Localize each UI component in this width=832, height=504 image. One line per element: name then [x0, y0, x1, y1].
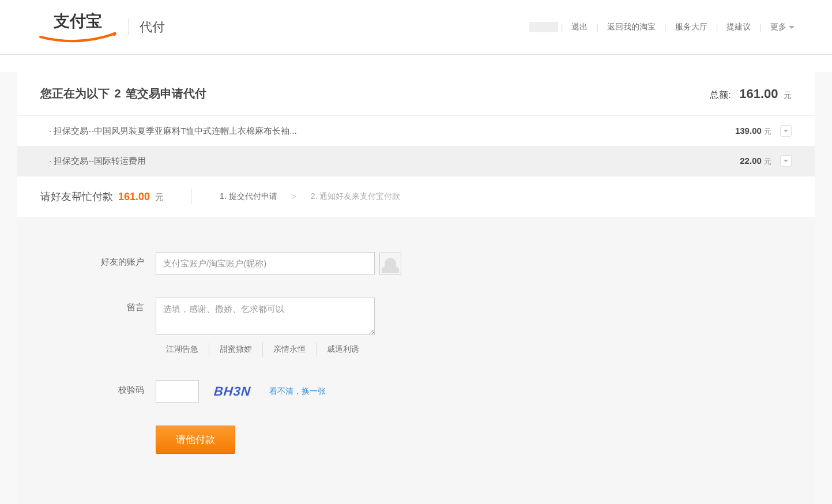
alipay-logo[interactable]: 支付宝 [37, 10, 118, 44]
message-textarea[interactable] [156, 298, 375, 335]
message-templates: 江湖告急 甜蜜撒娇 亲情永恒 威逼利诱 [156, 342, 375, 357]
avatar-icon [385, 258, 396, 269]
divider [129, 19, 129, 35]
header-left: 支付宝 代付 [37, 10, 165, 44]
logo-text: 支付宝 [54, 10, 102, 32]
transaction-amount: 22.00 [740, 156, 762, 166]
form-row-captcha: 校验码 BH3N 看不清，换一张 [40, 380, 792, 403]
steps: 1. 提交代付申请 > 2. 通知好友来支付宝付款 [220, 191, 400, 202]
step-arrow-icon: > [292, 192, 296, 201]
step-bar: 请好友帮忙付款 161.00 元 1. 提交代付申请 > 2. 通知好友来支付宝… [17, 176, 815, 217]
account-label: 好友的账户 [40, 252, 156, 268]
step-1: 1. 提交代付申请 [220, 191, 277, 202]
captcha-input[interactable] [156, 380, 199, 403]
captcha-refresh-link[interactable]: 看不清，换一张 [269, 386, 326, 397]
header: 支付宝 代付 | 退出 | 返回我的淘宝 | 服务大厅 | 提建议 | 更多 [0, 0, 832, 55]
expand-button[interactable] [780, 155, 792, 167]
captcha-image: BH3N [203, 382, 262, 401]
form-row-message: 留言 江湖告急 甜蜜撒娇 亲情永恒 威逼利诱 [40, 298, 792, 357]
nav-more[interactable]: 更多 [762, 22, 803, 32]
transaction-name: 担保交易--中国风男装夏季亚麻料T恤中式连帽上衣棉麻布长袖... [49, 126, 297, 137]
captcha-label: 校验码 [40, 380, 156, 396]
message-label: 留言 [40, 298, 156, 313]
expand-button[interactable] [780, 125, 792, 137]
submit-button[interactable]: 请他付款 [156, 426, 235, 454]
summary-panel: 您正在为以下 2 笔交易申请代付 总额: 161.00 元 担保交易--中国风男… [17, 72, 815, 217]
page-section-label: 代付 [140, 18, 165, 36]
title-bar: 您正在为以下 2 笔交易申请代付 总额: 161.00 元 [17, 72, 815, 116]
main: 您正在为以下 2 笔交易申请代付 总额: 161.00 元 担保交易--中国风男… [0, 72, 832, 504]
template-tianmi[interactable]: 甜蜜撒娇 [209, 342, 263, 357]
step-2: 2. 通知好友来支付宝付款 [311, 191, 401, 202]
transaction-name: 担保交易--国际转运费用 [49, 156, 146, 167]
template-qinqing[interactable]: 亲情永恒 [263, 342, 317, 357]
template-weibi[interactable]: 威逼利诱 [317, 342, 370, 357]
nav-back-taobao[interactable]: 返回我的淘宝 [598, 22, 664, 32]
chevron-down-icon [784, 130, 788, 132]
form-row-submit: 请他付款 [40, 426, 792, 454]
transaction-row: 担保交易--中国风男装夏季亚麻料T恤中式连帽上衣棉麻布长袖... 139.00 … [17, 116, 815, 146]
template-jianghu[interactable]: 江湖告急 [156, 342, 209, 357]
form-area: 好友的账户 留言 江湖告急 甜蜜撒娇 亲情永恒 威逼利诱 [17, 217, 815, 504]
form-row-account: 好友的账户 [40, 252, 792, 274]
nav-suggest[interactable]: 提建议 [718, 22, 759, 32]
transaction-amount: 139.00 [735, 126, 762, 136]
total-amount: 总额: 161.00 元 [710, 86, 792, 101]
chevron-down-icon [784, 160, 788, 162]
nav-service-hall[interactable]: 服务大厅 [667, 22, 716, 32]
friend-account-input[interactable] [156, 252, 375, 274]
contact-picker-button[interactable] [379, 253, 401, 274]
divider [191, 189, 192, 204]
logo-swoosh-icon [37, 32, 118, 44]
transaction-row: 担保交易--国际转运费用 22.00 元 [17, 146, 815, 176]
chevron-down-icon [789, 26, 795, 29]
page-title: 您正在为以下 2 笔交易申请代付 [40, 86, 206, 101]
svg-point-0 [112, 32, 116, 36]
nav-logout[interactable]: 退出 [563, 22, 596, 32]
username-placeholder[interactable] [529, 22, 558, 32]
header-nav: | 退出 | 返回我的淘宝 | 服务大厅 | 提建议 | 更多 [529, 22, 803, 32]
step-lead: 请好友帮忙付款 161.00 元 [40, 190, 164, 204]
